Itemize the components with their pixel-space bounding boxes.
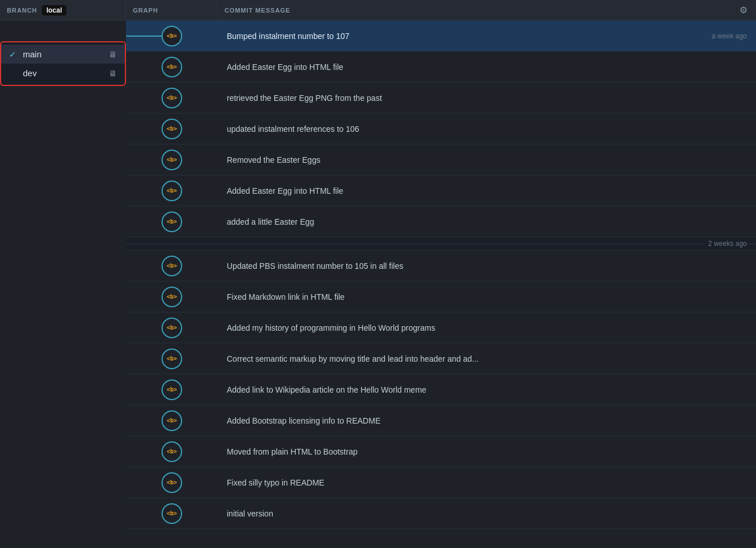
graph-cell: <b> [126, 57, 218, 77]
commit-message: initial version [218, 509, 756, 518]
commit-node[interactable]: <b> [162, 379, 182, 400]
commit-node[interactable]: <b> [162, 349, 182, 369]
graph-cell: <b> [126, 212, 218, 232]
graph-cell: <b> [126, 349, 218, 369]
branch-check-icon: ✓ [9, 50, 18, 59]
commit-row[interactable]: <b> Updated PBS instalment number to 105… [126, 250, 756, 281]
commit-row[interactable]: <b> Added link to Wikipedia article on t… [126, 374, 756, 405]
commit-message: Fixed silly typo in README [218, 478, 756, 487]
commit-message: Added my history of programming in Hello… [218, 323, 756, 332]
commit-row[interactable]: <b> initial version [126, 498, 756, 529]
commit-row[interactable]: <b> Fixed silly typo in README [126, 467, 756, 498]
commit-row[interactable]: <b> Added Bootstrap licensing info to RE… [126, 405, 756, 436]
branch-name-main: main [23, 49, 104, 59]
commit-row[interactable]: <b> Added my history of programming in H… [126, 312, 756, 343]
commit-row[interactable]: <b> Correct semantic markup by moving ti… [126, 343, 756, 374]
graph-cell: <b> [126, 441, 218, 462]
commit-node[interactable]: <b> [162, 503, 182, 524]
commit-node[interactable]: <b> [162, 256, 182, 276]
time-separator-2weeks: 2 weeks ago [126, 237, 756, 250]
graph-cell: <b> [126, 472, 218, 493]
commit-node[interactable]: <b> [162, 212, 182, 232]
graph-cell: <b> [126, 318, 218, 338]
graph-cell: <b> [126, 503, 218, 524]
commit-message: Correct semantic markup by moving title … [218, 354, 756, 363]
branch-item-dev[interactable]: dev 🖥 [1, 64, 125, 83]
commit-node[interactable]: <b> [162, 57, 182, 77]
graph-label: GRAPH [133, 7, 158, 14]
commit-node[interactable]: <b> [162, 88, 182, 108]
commit-message: Bumped instalment number to 107 [218, 32, 712, 41]
commit-message: Updated PBS instalment number to 105 in … [218, 261, 756, 271]
commit-message: Added link to Wikipedia article on the H… [218, 385, 756, 394]
commit-node[interactable]: <b> [162, 441, 182, 462]
graph-cell: <b> [126, 150, 218, 170]
commit-message: updated instalment references to 106 [218, 124, 756, 134]
commit-node[interactable]: <b> [162, 318, 182, 338]
branch-name-dev: dev [23, 68, 104, 78]
branch-computer-icon-dev: 🖥 [109, 69, 117, 78]
graph-cell: <b> [126, 256, 218, 276]
commit-node[interactable]: <b> [162, 410, 182, 431]
commit-message: Added Bootstrap licensing info to README [218, 416, 756, 425]
commit-row[interactable]: <b> Added Easter Egg into HTML file [126, 175, 756, 206]
branch-computer-icon-main: 🖥 [109, 50, 117, 59]
settings-column[interactable]: ⚙ [731, 0, 756, 20]
commit-node[interactable]: <b> [162, 150, 182, 170]
commit-node[interactable]: <b> [162, 287, 182, 307]
message-label: COMMIT MESSAGE [225, 7, 290, 14]
graph-cell: <b> [126, 119, 218, 139]
graph-column-header: GRAPH [126, 0, 218, 20]
commit-message: Added Easter Egg into HTML file [218, 62, 756, 72]
commit-node[interactable]: <b> [162, 181, 182, 201]
commit-row[interactable]: <b> retrieved the Easter Egg PNG from th… [126, 83, 756, 113]
graph-cell: <b> [126, 287, 218, 307]
commit-area: <b> Bumped instalment number to 107 a we… [126, 21, 756, 548]
branch-sidebar: ✓ main 🖥 dev 🖥 [0, 41, 126, 86]
commit-node[interactable]: <b> [162, 119, 182, 139]
branch-label: BRANCH [7, 7, 37, 14]
commit-row[interactable]: <b> updated instalment references to 106 [126, 113, 756, 144]
main-content: ✓ main 🖥 dev 🖥 <b> Bumped instalment num… [0, 21, 756, 548]
branch-item-main[interactable]: ✓ main 🖥 [1, 45, 125, 64]
app-container: BRANCH local GRAPH COMMIT MESSAGE ⚙ ✓ ma… [0, 0, 756, 548]
commit-row[interactable]: <b> Moved from plain HTML to Bootstrap [126, 436, 756, 467]
graph-cell: <b> [126, 181, 218, 201]
commit-row[interactable]: <b> added a little Easter Egg [126, 206, 756, 237]
commit-row[interactable]: <b> Bumped instalment number to 107 a we… [126, 21, 756, 52]
commit-message: Fixed Markdown link in HTML file [218, 292, 756, 302]
commit-row[interactable]: <b> Removed the Easter Eggs [126, 144, 756, 175]
commit-node[interactable]: <b> [162, 26, 182, 46]
time-separator-label: 2 weeks ago [704, 240, 747, 248]
commit-message: Removed the Easter Eggs [218, 155, 756, 165]
header-row: BRANCH local GRAPH COMMIT MESSAGE ⚙ [0, 0, 756, 21]
local-badge: local [42, 5, 66, 15]
commit-message: Moved from plain HTML to Bootstrap [218, 447, 756, 456]
commit-message: retrieved the Easter Egg PNG from the pa… [218, 93, 756, 103]
graph-cell: <b> [126, 88, 218, 108]
message-column-header: COMMIT MESSAGE [218, 0, 731, 20]
commit-row[interactable]: <b> Added Easter Egg into HTML file [126, 52, 756, 83]
branch-column-header: BRANCH local [0, 0, 126, 20]
graph-cell: <b> [126, 410, 218, 431]
graph-cell: <b> [126, 379, 218, 400]
commit-message: Added Easter Egg into HTML file [218, 186, 756, 195]
gear-icon[interactable]: ⚙ [739, 5, 747, 15]
commit-message: added a little Easter Egg [218, 217, 756, 226]
commit-time: a week ago [712, 32, 756, 40]
commit-row[interactable]: <b> Fixed Markdown link in HTML file [126, 281, 756, 312]
commit-node[interactable]: <b> [162, 472, 182, 493]
